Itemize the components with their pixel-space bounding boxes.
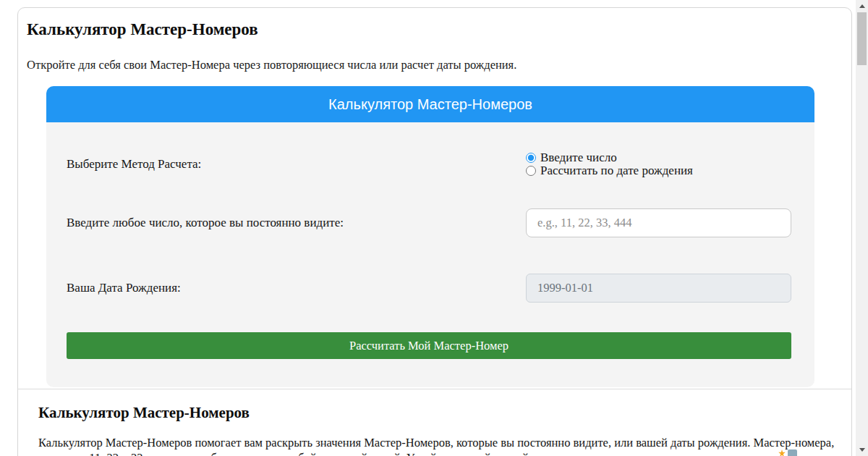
article-line-1: Калькулятор Мастер-Номеров помогает вам … [38, 435, 833, 450]
scrollbar-up-button[interactable] [856, 0, 868, 12]
birth-date-radio[interactable] [526, 166, 536, 176]
calculate-button[interactable]: Рассчитать Мой Мастер-Номер [67, 332, 791, 359]
radio-option-birth-date[interactable]: Рассчитать по дате рождения [526, 164, 791, 177]
dob-input [526, 274, 791, 303]
number-row: Введите любое число, которое вы постоянн… [67, 208, 791, 237]
triangle-down-icon [859, 448, 865, 452]
main-content-card: Калькулятор Мастер-Номеров Откройте для … [17, 7, 852, 456]
birth-date-radio-label: Рассчитать по дате рождения [540, 164, 693, 178]
calculator-header: Калькулятор Мастер-Номеров [46, 86, 814, 122]
article-section: Калькулятор Мастер-Номеров Калькулятор М… [18, 389, 851, 456]
method-label: Выберите Метод Расчета: [67, 157, 201, 172]
enter-number-radio[interactable] [526, 153, 536, 163]
dob-input-wrap [526, 274, 791, 303]
page-body: { "page": { "title": "Калькулятор Мастер… [0, 0, 868, 456]
scrollbar-thumb[interactable] [857, 12, 867, 65]
article-paragraph: Калькулятор Мастер-Номеров помогает вам … [38, 435, 833, 456]
number-label: Введите любое число, которое вы постоянн… [67, 216, 344, 230]
number-input[interactable] [526, 208, 791, 237]
dob-label: Ваша Дата Рождения: [67, 281, 181, 295]
line-end-icons [778, 449, 797, 456]
page-title: Калькулятор Мастер-Номеров [27, 20, 851, 39]
calculator-widget: Калькулятор Мастер-Номеров Выберите Мето… [46, 86, 814, 387]
vertical-scrollbar[interactable] [856, 0, 868, 456]
number-input-wrap [526, 208, 791, 237]
scrollbar-down-button[interactable] [856, 444, 868, 456]
calculator-form: Выберите Метод Расчета: Введите число Ра… [46, 122, 814, 387]
article-heading: Калькулятор Мастер-Номеров [38, 404, 833, 422]
triangle-up-icon [859, 4, 865, 8]
method-radio-group: Введите число Рассчитать по дате рождени… [526, 151, 791, 177]
page-subtitle: Откройте для себя свои Мастер-Номера чер… [27, 58, 851, 72]
method-row: Выберите Метод Расчета: Введите число Ра… [67, 144, 791, 177]
dob-row: Ваша Дата Рождения: [67, 274, 791, 303]
input-numbers-emoji-icon [788, 449, 797, 456]
article-line-2: такие как 11, 22 и 33, считаются обладаю… [38, 450, 833, 456]
sparkles-emoji-icon [778, 449, 786, 456]
radio-option-enter-number[interactable]: Введите число [526, 151, 791, 164]
enter-number-radio-label: Введите число [540, 151, 617, 165]
